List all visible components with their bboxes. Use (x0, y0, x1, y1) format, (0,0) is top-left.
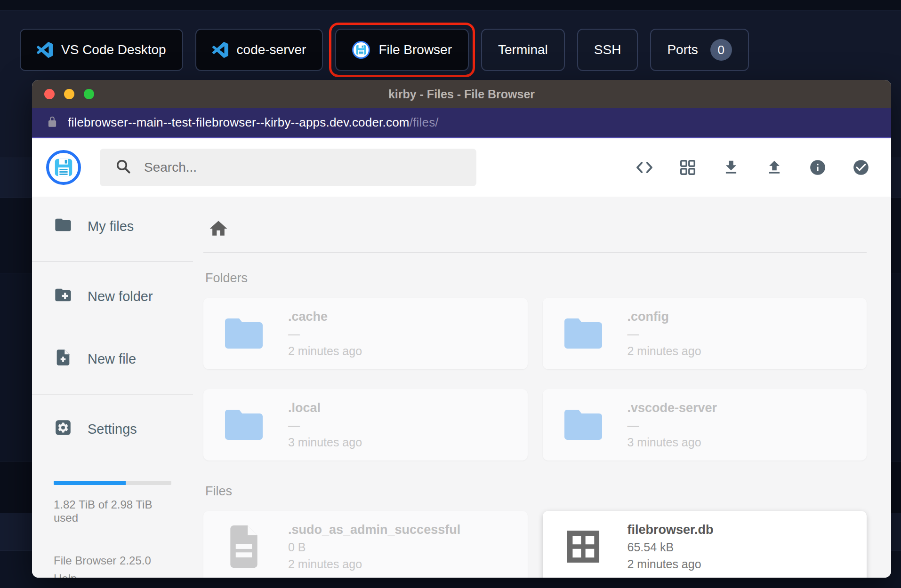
item-size: — (627, 419, 717, 432)
folder-icon (221, 314, 266, 353)
app-button-label: VS Code Desktop (61, 42, 166, 57)
storage-usage: 1.82 TiB of 2.98 TiB used (54, 481, 171, 524)
sidebar-item-new-folder[interactable]: New folder (32, 271, 193, 322)
new-folder-icon (54, 286, 72, 308)
sidebar-item-new-file[interactable]: New file (32, 334, 193, 384)
header-toolbar (635, 158, 870, 177)
browser-window: kirby - Files - File Browser filebrowser… (32, 80, 891, 578)
item-modified: 2 minutes ago (627, 344, 701, 358)
breadcrumb (203, 210, 867, 252)
url-domain: filebrowser--main--test-filebrowser--kir… (68, 115, 410, 129)
app-version-label: File Browser 2.25.0 (54, 552, 171, 570)
item-name: filebrowser.db (627, 523, 714, 537)
item-size: 65.54 kB (627, 540, 714, 554)
folder-icon (561, 314, 606, 353)
folder-card-local[interactable]: .local — 3 minutes ago (203, 389, 528, 461)
close-window-button[interactable] (44, 89, 55, 99)
item-modified: 2 minutes ago (288, 557, 460, 571)
address-bar[interactable]: filebrowser--main--test-filebrowser--kir… (32, 108, 891, 138)
app-button-vscode-desktop[interactable]: VS Code Desktop (20, 29, 183, 71)
home-icon[interactable] (208, 232, 229, 240)
window-titlebar: kirby - Files - File Browser (32, 80, 891, 108)
new-file-icon (54, 348, 72, 370)
item-name: .config (627, 310, 701, 324)
search-icon (115, 158, 132, 177)
app-button-label: File Browser (378, 42, 452, 57)
file-listing: Folders .cache — 2 minutes ago (193, 197, 891, 578)
file-card-sudo-as-admin-successful[interactable]: .sudo_as_admin_successful 0 B 2 minutes … (203, 511, 528, 578)
background-top-strip (0, 0, 901, 10)
select-multiple-icon[interactable] (852, 158, 870, 177)
vscode-icon (37, 42, 53, 58)
app-button-label: Ports (667, 42, 698, 57)
sidebar-item-label: My files (88, 219, 134, 234)
item-size: — (627, 327, 701, 341)
file-browser-floppy-icon (352, 41, 370, 59)
upload-icon[interactable] (765, 158, 784, 177)
files-grid: .sudo_as_admin_successful 0 B 2 minutes … (203, 511, 867, 578)
file-card-filebrowser-db[interactable]: filebrowser.db 65.54 kB 2 minutes ago (543, 511, 867, 578)
file-icon (221, 523, 266, 570)
app-button-code-server[interactable]: code-server (195, 29, 323, 71)
item-modified: 3 minutes ago (627, 436, 717, 449)
item-size: 0 B (288, 540, 460, 554)
traffic-lights (44, 89, 94, 99)
app-button-file-browser[interactable]: File Browser (335, 29, 469, 71)
app-button-ports[interactable]: Ports 0 (650, 29, 748, 71)
zoom-window-button[interactable] (84, 89, 94, 99)
window-title: kirby - Files - File Browser (32, 87, 891, 101)
url-text: filebrowser--main--test-filebrowser--kir… (68, 115, 439, 130)
sidebar-item-label: New file (88, 351, 136, 367)
folders-grid: .cache — 2 minutes ago .config — 2 minut (203, 298, 867, 461)
database-file-icon (561, 526, 606, 567)
file-browser-logo[interactable] (46, 150, 81, 185)
sidebar-item-my-files[interactable]: My files (32, 201, 193, 252)
folder-card-config[interactable]: .config — 2 minutes ago (543, 298, 867, 369)
help-link[interactable]: Help (54, 570, 171, 578)
app-button-label: code-server (237, 42, 306, 57)
search-input[interactable] (144, 160, 461, 175)
storage-usage-label: 1.82 TiB of 2.98 TiB used (54, 498, 171, 524)
vscode-icon (212, 42, 228, 58)
folder-icon (561, 405, 606, 444)
app-button-label: Terminal (498, 42, 548, 57)
url-path: /files/ (410, 115, 439, 129)
app-button-label: SSH (594, 42, 621, 57)
sidebar: My files New folder New file (32, 197, 193, 578)
section-title-folders: Folders (205, 271, 867, 286)
section-title-files: Files (205, 484, 867, 499)
listing-divider (203, 252, 867, 253)
item-modified: 3 minutes ago (288, 436, 362, 449)
switch-view-icon[interactable] (678, 158, 697, 177)
item-modified: 2 minutes ago (288, 344, 362, 358)
ports-count-badge: 0 (710, 39, 732, 61)
app-button-terminal[interactable]: Terminal (481, 29, 565, 71)
minimize-window-button[interactable] (64, 89, 74, 99)
lock-icon (46, 116, 58, 130)
coder-workspace-page: VS Code Desktop code-server (0, 0, 901, 588)
sidebar-divider (32, 394, 193, 395)
item-size: — (288, 419, 362, 432)
item-name: .local (288, 401, 362, 415)
sidebar-item-label: New folder (88, 289, 153, 304)
item-size: — (288, 327, 362, 341)
folder-icon (221, 405, 266, 444)
file-browser-content: My files New folder New file (32, 197, 891, 578)
folder-card-cache[interactable]: .cache — 2 minutes ago (203, 298, 528, 369)
info-icon[interactable] (808, 158, 827, 177)
annotation-highlight-ring: File Browser (329, 23, 475, 77)
search-bar[interactable] (100, 149, 476, 186)
item-modified: 2 minutes ago (627, 557, 714, 571)
app-button-ssh[interactable]: SSH (577, 29, 638, 71)
shell-icon[interactable] (635, 158, 654, 177)
item-name: .vscode-server (627, 401, 717, 415)
sidebar-item-settings[interactable]: Settings (32, 404, 193, 454)
folder-card-vscode-server[interactable]: .vscode-server — 3 minutes ago (543, 389, 867, 461)
sidebar-item-label: Settings (88, 421, 137, 437)
item-name: .cache (288, 310, 362, 324)
sidebar-divider (32, 261, 193, 262)
storage-progress-bar (54, 481, 171, 485)
folder-icon (54, 215, 72, 238)
settings-gear-icon (54, 418, 72, 440)
download-icon[interactable] (722, 158, 740, 177)
